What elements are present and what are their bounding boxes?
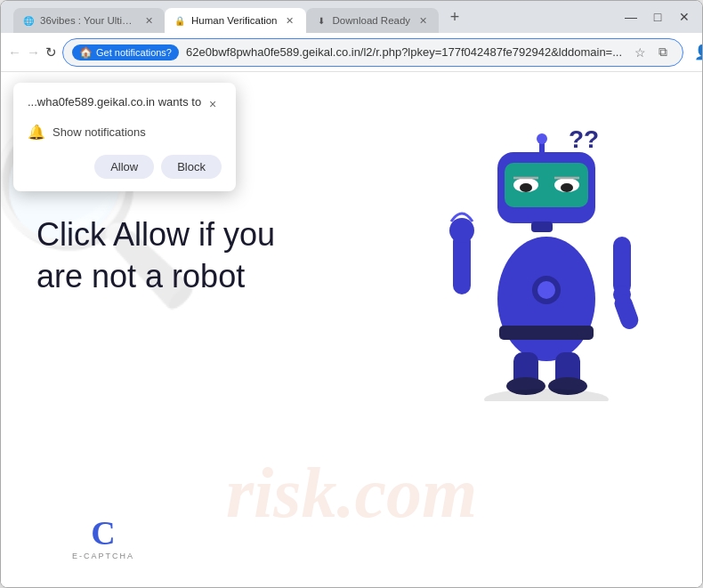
main-heading: Click Allow if you are not a robot <box>36 214 303 298</box>
svg-rect-15 <box>499 326 594 340</box>
watermark-text: risk.com <box>226 453 477 534</box>
window-controls <box>6 1 13 33</box>
notification-chip-label: Get notifications? <box>96 47 172 58</box>
toolbar-right: 👤 ⋮ <box>689 38 703 67</box>
notification-bell-icon: 🔔 <box>28 124 45 141</box>
svg-point-5 <box>520 183 532 192</box>
profile-button[interactable]: 👤 <box>689 38 703 67</box>
back-button[interactable]: ← <box>8 40 21 65</box>
maximize-button[interactable]: □ <box>645 4 670 29</box>
robot-illustration: ?? <box>417 99 667 401</box>
tab-title-human-verification: Human Verification <box>191 15 278 26</box>
tab-title-36vibes: 36vibes : Your Ultimate Destin... <box>40 15 136 26</box>
svg-point-17 <box>449 218 474 243</box>
tabs-row: 🌐 36vibes : Your Ultimate Destin... ✕ 🔒 … <box>13 1 618 33</box>
notification-popup-header: ...wha0fe589.geikal.co.in wants to × <box>28 95 222 113</box>
close-button[interactable]: ✕ <box>672 4 697 29</box>
allow-button[interactable]: Allow <box>94 155 154 179</box>
url-actions: ☆ ⧉ <box>629 42 674 63</box>
ecaptcha-label: E-CAPTCHA <box>72 552 134 560</box>
svg-point-25 <box>484 389 609 401</box>
show-notifications-label: Show notifications <box>53 125 146 139</box>
tab-download-ready[interactable]: ⬇ Download Ready ✕ <box>306 8 440 33</box>
tab-favicon-human-verification: 🔒 <box>174 14 186 27</box>
svg-point-10 <box>537 133 547 144</box>
page-content: 🔍 risk.com ...wha0fe589.geikal.co.in wan… <box>1 72 702 587</box>
url-bar[interactable]: 🏠 Get notifications? 62e0bwf8pwha0fe589.… <box>62 38 683 67</box>
notification-popup: ...wha0fe589.geikal.co.in wants to × 🔔 S… <box>13 83 236 191</box>
ecaptcha-logo: C E-CAPTCHA <box>72 516 134 560</box>
minimize-button[interactable]: — <box>618 4 643 29</box>
notification-popup-close-button[interactable]: × <box>204 95 222 113</box>
tab-title-download-ready: Download Ready <box>333 15 411 26</box>
tab-favicon-36vibes: 🌐 <box>22 14 35 27</box>
ecaptcha-letter: C <box>91 516 115 550</box>
title-bar: 🌐 36vibes : Your Ultimate Destin... ✕ 🔒 … <box>1 1 702 33</box>
tab-close-download-ready[interactable]: ✕ <box>416 13 430 28</box>
notification-chip[interactable]: 🏠 Get notifications? <box>72 44 179 60</box>
svg-point-6 <box>561 183 573 192</box>
block-button[interactable]: Block <box>161 155 222 179</box>
url-text: 62e0bwf8pwha0fe589.geikal.co.in/l2/r.php… <box>186 45 622 59</box>
svg-text:??: ?? <box>569 125 599 153</box>
notification-popup-buttons: Allow Block <box>28 155 222 179</box>
browser-window: 🌐 36vibes : Your Ultimate Destin... ✕ 🔒 … <box>0 0 703 588</box>
notification-popup-title: ...wha0fe589.geikal.co.in wants to <box>28 95 204 109</box>
svg-rect-11 <box>531 222 553 232</box>
bookmark-button[interactable]: ☆ <box>629 42 650 63</box>
svg-point-14 <box>537 281 555 299</box>
tab-human-verification[interactable]: 🔒 Human Verification ✕ <box>165 8 306 33</box>
address-bar: ← → ↻ 🏠 Get notifications? 62e0bwf8pwha0… <box>1 33 702 72</box>
tab-favicon-download-ready: ⬇ <box>315 14 327 27</box>
refresh-button[interactable]: ↻ <box>45 40 57 65</box>
tab-close-36vibes[interactable]: ✕ <box>141 13 156 28</box>
tab-close-human-verification[interactable]: ✕ <box>283 13 297 28</box>
reader-mode-button[interactable]: ⧉ <box>652 42 674 63</box>
forward-button[interactable]: → <box>27 40 40 65</box>
tab-36vibes[interactable]: 🌐 36vibes : Your Ultimate Destin... ✕ <box>13 8 165 33</box>
notification-chip-icon: 🏠 <box>79 46 93 59</box>
main-text-container: Click Allow if you are not a robot <box>36 214 303 298</box>
new-tab-button[interactable]: + <box>442 4 467 29</box>
window-control-buttons: — □ ✕ <box>618 1 697 33</box>
notification-popup-row: 🔔 Show notifications <box>28 124 222 141</box>
